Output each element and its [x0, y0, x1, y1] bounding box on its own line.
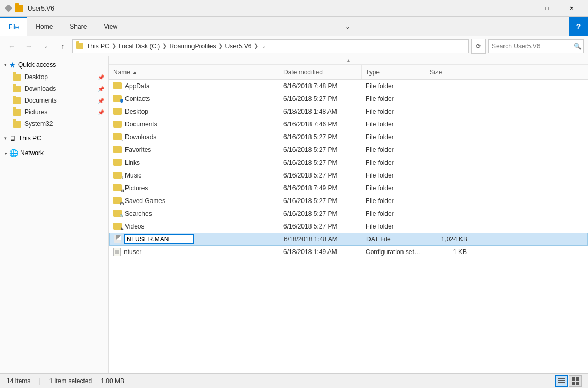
table-row[interactable]: 🖼 Pictures 6/16/2018 7:49 PM File folder [109, 182, 588, 195]
refresh-button[interactable]: ⟳ [471, 39, 486, 54]
file-cell-type: DAT File [362, 235, 426, 243]
file-name: Downloads [125, 133, 156, 141]
sidebar-quick-access[interactable]: ▾ ★ Quick access [0, 58, 108, 71]
sidebar-item-desktop[interactable]: Desktop 📌 [0, 71, 108, 83]
file-name: Documents [125, 121, 157, 128]
breadcrumb-local-disk[interactable]: Local Disk (C:) [119, 43, 161, 50]
file-cell-date: 6/16/2018 5:27 PM [279, 159, 362, 166]
file-cell-name: 👤 Contacts [109, 95, 279, 103]
file-cell-name: ntuser [109, 248, 279, 256]
close-button[interactable]: ✕ [559, 0, 584, 17]
file-cell-type: File folder [362, 108, 425, 115]
svg-rect-8 [572, 382, 575, 385]
back-button[interactable]: ← [4, 39, 19, 54]
file-cell-type: File folder [362, 184, 425, 192]
file-cell-date: 6/16/2018 5:27 PM [279, 223, 362, 230]
desktop-folder-icon [13, 74, 21, 81]
file-name: Saved Games [125, 197, 165, 205]
large-icons-view-button[interactable] [569, 375, 582, 387]
table-row[interactable]: Desktop 6/18/2018 1:48 AM File folder [109, 105, 588, 118]
search-input[interactable] [492, 43, 572, 50]
quick-access-star-icon: ★ [9, 61, 16, 69]
minimize-button[interactable]: — [510, 0, 535, 17]
sidebar-network[interactable]: ▾ 🌐 Network [0, 147, 108, 159]
sidebar-this-pc[interactable]: ▾ 🖥 This PC [0, 132, 108, 145]
status-bar: 14 items | 1 item selected 1.00 MB [0, 373, 588, 388]
col-header-date[interactable]: Date modified [279, 65, 362, 79]
file-name: Searches [125, 210, 152, 217]
forward-button[interactable]: → [21, 39, 36, 54]
table-row[interactable]: AppData 6/16/2018 7:48 PM File folder [109, 80, 588, 92]
title-bar-controls: — □ ✕ [510, 0, 584, 17]
maximize-button[interactable]: □ [535, 0, 559, 17]
folder-icon [113, 108, 122, 115]
address-bar: ← → ⌄ ↑ This PC ❯ Local Disk (C:) ❯ Roam… [0, 36, 588, 56]
file-name: ntuser [124, 248, 141, 256]
up-button[interactable]: ↑ [55, 39, 70, 54]
sidebar-pictures-label: Pictures [24, 108, 95, 116]
ribbon-collapse-button[interactable]: ⌄ [338, 17, 357, 36]
file-cell-type: File folder [362, 82, 425, 90]
file-name: Pictures [125, 184, 148, 192]
sidebar-item-documents[interactable]: Documents 📌 [0, 95, 108, 106]
breadcrumb-roaming-profiles[interactable]: RoamingProfiles [169, 43, 216, 50]
file-cell-name: ▶ Videos [109, 223, 279, 230]
file-cell-date: 6/16/2018 7:48 PM [279, 82, 362, 90]
table-row[interactable]: ntuser 6/18/2018 1:49 AM Configuration s… [109, 246, 588, 258]
table-row[interactable]: 👤 Contacts 6/16/2018 5:27 PM File folder [109, 92, 588, 105]
file-cell-type: File folder [362, 210, 425, 217]
svg-rect-5 [558, 382, 565, 383]
sidebar-item-pictures[interactable]: Pictures 📌 [0, 106, 108, 118]
col-header-name[interactable]: Name ▲ [109, 65, 279, 79]
file-cell-date: 6/16/2018 5:27 PM [279, 133, 362, 141]
documents-pin-icon: 📌 [98, 98, 104, 104]
file-cell-type: File folder [362, 95, 425, 103]
scroll-up-indicator[interactable]: ▲ [109, 56, 588, 65]
table-row[interactable]: 🔍 Searches 6/16/2018 5:27 PM File folder [109, 207, 588, 220]
breadcrumb-folder-icon [76, 43, 86, 49]
table-row[interactable]: ▶ Videos 6/16/2018 5:27 PM File folder [109, 220, 588, 233]
breadcrumb-this-pc[interactable]: This PC [87, 43, 110, 50]
sidebar-item-downloads[interactable]: Downloads 📌 [0, 83, 108, 95]
table-row[interactable]: ♪ Music 6/16/2018 5:27 PM File folder [109, 169, 588, 182]
folder-icon [113, 159, 122, 166]
savedgames-folder-icon: 🎮 [113, 197, 122, 204]
rename-input[interactable] [124, 234, 194, 244]
file-cell-type: File folder [362, 172, 425, 179]
table-row[interactable]: Links 6/16/2018 5:27 PM File folder [109, 156, 588, 169]
table-row[interactable]: 🎮 Saved Games 6/16/2018 5:27 PM File fol… [109, 195, 588, 207]
file-cell-date: 6/16/2018 5:27 PM [279, 197, 362, 205]
file-rows: AppData 6/16/2018 7:48 PM File folder 👤 … [109, 80, 588, 258]
file-cell-date: 6/16/2018 5:27 PM [279, 210, 362, 217]
cfg-file-icon [113, 248, 121, 256]
help-button[interactable]: ? [569, 17, 588, 36]
file-cell-type: File folder [362, 133, 425, 141]
tab-home[interactable]: Home [27, 17, 61, 36]
sidebar-item-system32[interactable]: System32 [0, 118, 108, 130]
col-header-type[interactable]: Type [362, 65, 425, 79]
file-cell-date: 6/16/2018 7:46 PM [279, 121, 362, 128]
breadcrumb-sep-1: ❯ [112, 43, 116, 49]
search-bar[interactable]: 🔍 [488, 39, 584, 53]
table-row[interactable]: 6/18/2018 1:48 AM DAT File 1,024 KB [109, 233, 588, 246]
quick-access-label: Quick access [18, 61, 56, 69]
breadcrumb-user5v6[interactable]: User5.V6 [225, 43, 251, 50]
svg-rect-4 [558, 380, 565, 381]
table-row[interactable]: Documents 6/16/2018 7:46 PM File folder [109, 118, 588, 131]
desktop-pin-icon: 📌 [98, 74, 104, 80]
status-selected: 1 item selected [49, 377, 92, 385]
tab-share[interactable]: Share [61, 17, 95, 36]
svg-rect-7 [576, 377, 579, 381]
file-name: Videos [125, 223, 144, 230]
breadcrumb-dropdown-arrow: ⌄ [262, 43, 266, 49]
table-row[interactable]: ↓ Downloads 6/16/2018 5:27 PM File folde… [109, 131, 588, 144]
pictures-folder-icon: 🖼 [113, 184, 122, 191]
tab-file[interactable]: File [0, 17, 27, 36]
table-row[interactable]: Favorites 6/16/2018 5:27 PM File folder [109, 144, 588, 156]
tab-view[interactable]: View [95, 17, 126, 36]
folder-icon [113, 82, 122, 89]
network-label: Network [20, 149, 44, 157]
col-header-size[interactable]: Size [425, 65, 473, 79]
dropdown-recent-button[interactable]: ⌄ [38, 39, 53, 54]
details-view-button[interactable] [555, 375, 568, 387]
